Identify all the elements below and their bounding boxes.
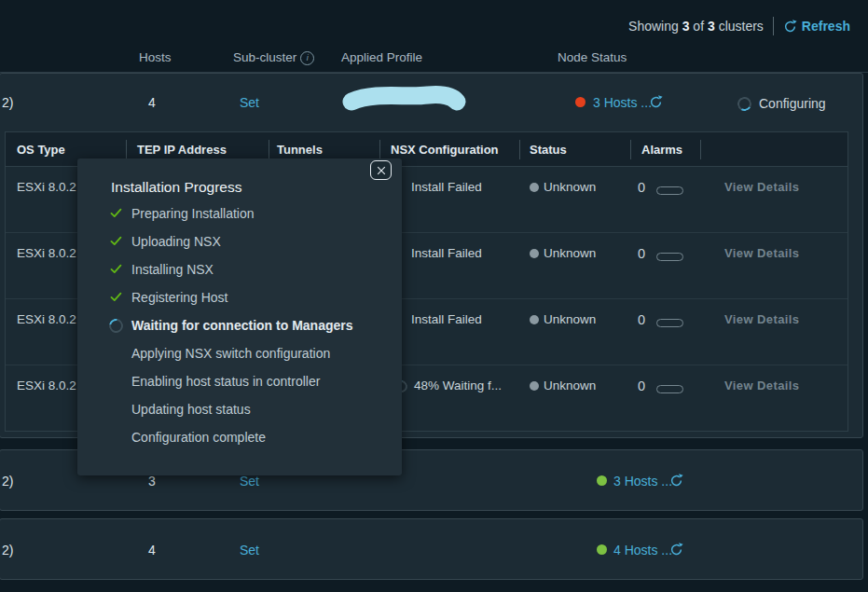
column-header-hosts: Hosts [139,50,172,64]
progress-step: Uploading NSX [109,227,221,255]
cluster-3-set-subcluster-link[interactable]: Set [240,543,259,558]
showing-count-text: Showing 3 of 3 clusters [628,19,764,34]
host-os-type: ESXi 8.0.2 [17,246,76,260]
progress-step-label: Preparing Installation [131,206,255,221]
cluster-2-node-status-link[interactable]: 3 Hosts ... [613,474,672,489]
check-icon [109,262,123,276]
results-summary-bar: Showing 3 of 3 clusters Refresh [628,17,850,35]
th-nsx-configuration[interactable]: NSX Configuration [391,143,499,157]
nsx-config-status-link[interactable]: Install Failed [411,312,482,326]
nsx-config-progress-link[interactable]: 48% Waiting f... [414,379,502,392]
cluster-1-hosts-count: 4 [148,95,156,110]
host-os-type: ESXi 8.0.2 [17,379,76,392]
check-icon [109,290,123,304]
status-dot-unknown [530,183,539,192]
view-details-link[interactable]: View Details [724,246,799,260]
alarms-count: 0 [638,180,645,195]
host-status: Unknown [544,180,596,194]
node-status-refresh-icon[interactable] [669,543,683,557]
host-status: Unknown [544,246,596,260]
progress-step: Applying NSX switch configuration [109,339,330,367]
progress-step-label: Uploading NSX [131,234,221,249]
cluster-2-set-subcluster-link[interactable]: Set [240,474,259,489]
progress-step: Configuration complete [109,423,266,451]
progress-step: Updating host status [109,395,251,423]
check-icon [109,206,123,220]
column-header-applied-profile: Applied Profile [341,50,422,64]
redacted-profile-scribble [338,81,469,118]
host-status: Unknown [544,379,596,392]
cluster-1-node-status-link[interactable]: 3 Hosts ... [593,95,652,110]
progress-step-label: Registering Host [131,290,228,305]
progress-step-label: Updating host status [131,402,251,417]
progress-step-active: Waiting for connection to Managers [109,311,353,339]
close-icon [377,166,386,175]
view-details-link[interactable]: View Details [724,312,799,326]
alarms-pill-icon [656,385,683,393]
cluster-3-name: 2) [2,543,13,558]
th-tep-ip[interactable]: TEP IP Address [137,143,227,157]
popup-title: Installation Progress [111,179,241,196]
column-separator [630,140,631,159]
column-separator [519,140,520,159]
alarms-count: 0 [638,246,645,261]
status-dot-unknown [530,381,539,391]
cluster-1-name: 2) [2,95,13,110]
cluster-2-name: 2) [2,474,13,489]
cluster-card-3 [0,518,863,580]
node-status-dot-success [597,475,607,486]
progress-step: Preparing Installation [109,200,255,227]
progress-step-label: Configuration complete [131,430,266,445]
progress-step-label: Waiting for connection to Managers [131,318,353,333]
th-tunnels[interactable]: Tunnels [277,143,323,157]
nsx-config-status-link[interactable]: Install Failed [411,180,482,194]
status-dot-unknown [530,315,539,324]
alarms-count: 0 [638,312,645,327]
alarms-count: 0 [638,379,645,393]
alarms-pill-icon [656,253,683,261]
column-separator [126,140,127,159]
sub-cluster-label: Sub-cluster [233,50,296,64]
popup-close-button[interactable] [370,160,392,180]
node-status-dot-error [575,97,586,107]
column-separator [379,140,380,159]
nsx-config-status-link[interactable]: Install Failed [411,246,482,260]
th-alarms[interactable]: Alarms [641,143,682,157]
refresh-label: Refresh [802,19,850,34]
node-status-refresh-icon[interactable] [669,474,683,488]
host-os-type: ESXi 8.0.2 [17,180,76,194]
info-icon[interactable]: i [300,51,314,65]
progress-step: Enabling host status in controller [109,367,320,395]
step-spinner-icon [106,316,126,336]
column-header-sub-cluster: Sub-clusteri [233,50,314,65]
divider [773,17,774,35]
alarms-pill-icon [656,186,683,195]
view-details-link[interactable]: View Details [724,379,799,392]
status-dot-unknown [530,249,539,258]
cluster-1-state-label: Configuring [759,96,826,111]
node-status-dot-success [597,544,607,555]
column-header-node-status: Node Status [558,50,627,64]
installation-progress-popup: Installation Progress Preparing Installa… [77,158,402,475]
refresh-icon [783,20,797,34]
refresh-button[interactable]: Refresh [783,19,850,34]
node-status-refresh-icon[interactable] [649,95,663,109]
column-separator [700,140,701,159]
th-status[interactable]: Status [530,143,567,157]
cluster-3-hosts-count: 4 [148,543,156,558]
progress-step-label: Applying NSX switch configuration [131,346,330,361]
host-status: Unknown [544,312,596,326]
progress-step-label: Installing NSX [131,262,214,277]
column-separator [269,140,269,159]
progress-step-label: Enabling host status in controller [131,374,320,389]
alarms-pill-icon [656,319,683,327]
view-details-link[interactable]: View Details [724,180,799,194]
cluster-3-node-status-link[interactable]: 4 Hosts ... [613,543,672,558]
nsx-host-clusters-screen: Showing 3 of 3 clusters Refresh Hosts Su… [0,0,868,592]
check-icon [109,234,123,248]
cluster-1-set-subcluster-link[interactable]: Set [240,95,259,110]
progress-step: Registering Host [109,283,228,311]
progress-step: Installing NSX [109,255,214,283]
host-os-type: ESXi 8.0.2 [17,312,76,326]
th-os-type[interactable]: OS Type [17,143,65,157]
